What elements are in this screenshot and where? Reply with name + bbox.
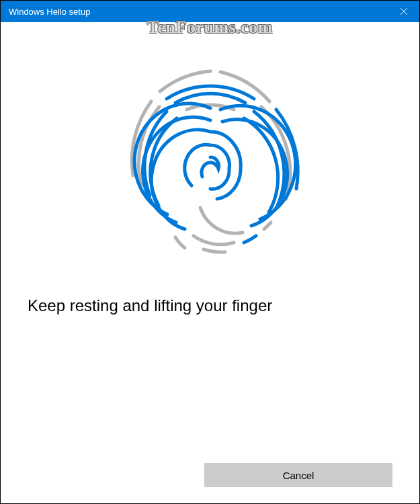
- footer: Cancel: [204, 463, 392, 487]
- content-area: Keep resting and lifting your finger Can…: [1, 22, 419, 503]
- close-button[interactable]: [388, 1, 419, 22]
- watermark-text: TenForums.com: [147, 17, 273, 38]
- window-title: Windows Hello setup: [9, 7, 90, 17]
- close-icon: [401, 8, 407, 15]
- fingerprint-icon: [103, 34, 318, 290]
- fingerprint-container: [28, 22, 392, 291]
- instruction-text: Keep resting and lifting your finger: [28, 296, 392, 315]
- cancel-button[interactable]: Cancel: [204, 463, 392, 487]
